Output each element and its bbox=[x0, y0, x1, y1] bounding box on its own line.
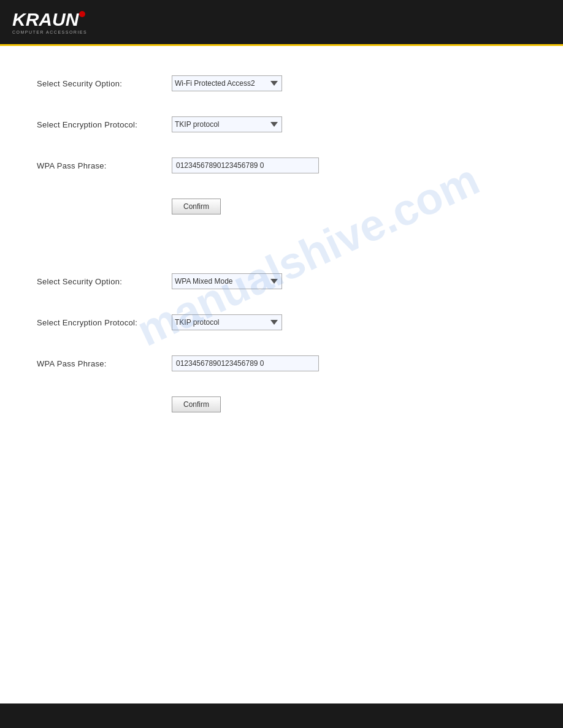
wpa-passphrase-input-1[interactable] bbox=[172, 157, 319, 173]
security-option-row-1: Select Security Option: Wi-Fi Protected … bbox=[37, 70, 526, 96]
wpa-passphrase-label-2: WPA Pass Phrase: bbox=[37, 359, 172, 368]
encryption-protocol-select-2[interactable]: TKIP protocol AES protocol TKIP+AES bbox=[172, 314, 282, 330]
wpa-passphrase-control-1 bbox=[172, 157, 526, 173]
confirm-row-1: Confirm bbox=[37, 194, 526, 219]
security-option-row-2: Select Security Option: Wi-Fi Protected … bbox=[37, 268, 526, 294]
confirm-button-wrapper-1: Confirm bbox=[172, 199, 526, 214]
wpa-passphrase-row-2: WPA Pass Phrase: bbox=[37, 351, 526, 376]
main-content: manualshive.com Select Security Option: … bbox=[0, 46, 563, 720]
logo: KRAUN COMPUTER ACCESSORIES bbox=[12, 10, 87, 34]
encryption-protocol-row-1: Select Encryption Protocol: TKIP protoco… bbox=[37, 112, 526, 137]
wpa-passphrase-input-2[interactable] bbox=[172, 355, 319, 371]
security-option-control-2: Wi-Fi Protected Access Wi-Fi Protected A… bbox=[172, 273, 526, 289]
security-option-select-2[interactable]: Wi-Fi Protected Access Wi-Fi Protected A… bbox=[172, 273, 282, 289]
confirm-button-1[interactable]: Confirm bbox=[172, 199, 221, 214]
security-option-select-1[interactable]: Wi-Fi Protected Access Wi-Fi Protected A… bbox=[172, 75, 282, 91]
security-option-control-1: Wi-Fi Protected Access Wi-Fi Protected A… bbox=[172, 75, 526, 91]
confirm-row-2: Confirm bbox=[37, 392, 526, 417]
section-divider bbox=[37, 238, 526, 268]
logo-text: KRAUN bbox=[12, 10, 79, 29]
section-2: Select Security Option: Wi-Fi Protected … bbox=[37, 268, 526, 417]
security-option-label-1: Select Security Option: bbox=[37, 79, 172, 88]
encryption-protocol-select-1[interactable]: TKIP protocol AES protocol TKIP+AES bbox=[172, 116, 282, 132]
header: KRAUN COMPUTER ACCESSORIES bbox=[0, 0, 563, 46]
encryption-protocol-label-2: Select Encryption Protocol: bbox=[37, 318, 172, 327]
encryption-protocol-control-1: TKIP protocol AES protocol TKIP+AES bbox=[172, 116, 526, 132]
section-1: Select Security Option: Wi-Fi Protected … bbox=[37, 70, 526, 219]
confirm-button-2[interactable]: Confirm bbox=[172, 396, 221, 412]
wpa-passphrase-row-1: WPA Pass Phrase: bbox=[37, 153, 526, 178]
security-option-label-2: Select Security Option: bbox=[37, 277, 172, 286]
confirm-button-wrapper-2: Confirm bbox=[172, 396, 526, 412]
wpa-passphrase-control-2 bbox=[172, 355, 526, 371]
logo-subtitle: COMPUTER ACCESSORIES bbox=[12, 30, 87, 34]
footer bbox=[0, 703, 563, 728]
encryption-protocol-control-2: TKIP protocol AES protocol TKIP+AES bbox=[172, 314, 526, 330]
logo-dot-icon bbox=[79, 11, 85, 17]
encryption-protocol-row-2: Select Encryption Protocol: TKIP protoco… bbox=[37, 309, 526, 335]
wpa-passphrase-label-1: WPA Pass Phrase: bbox=[37, 161, 172, 170]
encryption-protocol-label-1: Select Encryption Protocol: bbox=[37, 120, 172, 129]
